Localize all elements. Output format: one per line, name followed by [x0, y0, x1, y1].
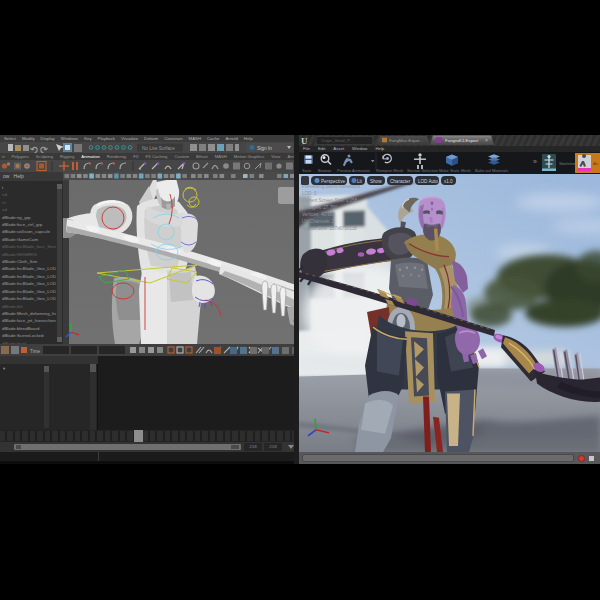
- svg-text:An: An: [593, 161, 599, 166]
- svg-text:LOD: 0: LOD: 0: [302, 191, 317, 196]
- svg-text:Browse: Browse: [318, 168, 332, 173]
- svg-text:Make Static Mesh: Make Static Mesh: [439, 168, 471, 173]
- svg-text:Triangles: 27,760: Triangles: 27,760: [302, 205, 338, 210]
- svg-text:Bake out Materials: Bake out Materials: [475, 168, 508, 173]
- svg-text:Origin_Small_P...: Origin_Small_P...: [321, 138, 353, 143]
- svg-text:Current Screen Size: 1.058: Current Screen Size: 1.058: [302, 198, 358, 203]
- svg-text:»: »: [533, 158, 537, 165]
- svg-text:Save: Save: [302, 168, 312, 173]
- svg-text:UV Channels: 2: UV Channels: 2: [302, 219, 335, 224]
- svg-text:Skeleton: Skeleton: [559, 161, 577, 166]
- svg-text:x1.0: x1.0: [444, 179, 453, 184]
- svg-text:Lit: Lit: [357, 179, 363, 184]
- svg-text:Show: Show: [370, 179, 382, 184]
- svg-text:Section Selection: Section Selection: [407, 168, 438, 173]
- svg-text:FangMau Expor...: FangMau Expor...: [389, 139, 423, 144]
- svg-text:Time: Time: [30, 349, 40, 354]
- svg-text:×: ×: [485, 139, 488, 144]
- svg-text:LOD Auto: LOD Auto: [418, 179, 438, 184]
- svg-text:Reimport Mesh: Reimport Mesh: [376, 168, 403, 173]
- svg-text:Vertices: 40,161: Vertices: 40,161: [302, 212, 335, 217]
- svg-text:Approx Size: 237x675x138: Approx Size: 237x675x138: [302, 226, 357, 231]
- svg-text:Perspective: Perspective: [321, 179, 345, 184]
- svg-text:Sign In: Sign In: [257, 146, 272, 151]
- svg-text:U: U: [301, 136, 308, 146]
- svg-text:Preview Animation: Preview Animation: [337, 168, 370, 173]
- svg-text:No Live Surface: No Live Surface: [142, 146, 175, 151]
- svg-text:FangedCLExport: FangedCLExport: [445, 139, 479, 144]
- svg-text:Character: Character: [390, 179, 411, 184]
